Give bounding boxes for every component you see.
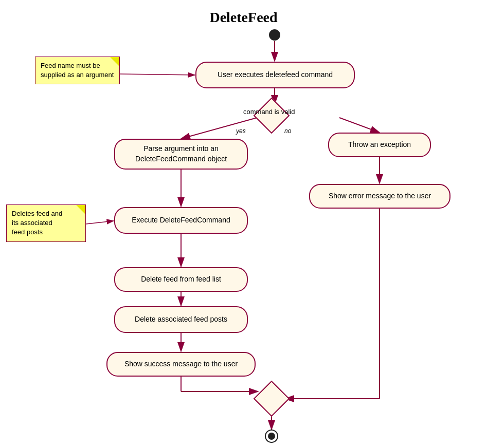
no-label: no xyxy=(284,127,291,135)
user-executes-node: User executes deletefeed command xyxy=(195,62,355,88)
end-circle xyxy=(265,430,278,443)
feed-name-note: Feed name must be supplied as an argumen… xyxy=(35,57,120,84)
show-error-node: Show error message to the user xyxy=(309,184,450,209)
diagram-container: DeleteFeed xyxy=(0,0,487,448)
deletes-feed-note: Deletes feed and its associated feed pos… xyxy=(6,204,86,242)
execute-command-node: Execute DeleteFeedCommand xyxy=(114,207,248,234)
yes-label: yes xyxy=(236,127,246,135)
show-success-node: Show success message to the user xyxy=(106,352,256,377)
command-valid-diamond: command is valid yes no xyxy=(259,103,284,128)
throw-exception-node: Throw an exception xyxy=(328,133,431,157)
delete-posts-node: Delete associated feed posts xyxy=(114,306,248,333)
diagram-title: DeleteFeed xyxy=(0,9,487,26)
parse-argument-node: Parse argument into an DeleteFeedCommand… xyxy=(114,139,248,170)
svg-line-4 xyxy=(339,118,380,133)
svg-line-15 xyxy=(120,74,195,75)
merge-diamond xyxy=(259,386,284,412)
svg-line-16 xyxy=(86,221,114,224)
delete-feed-node: Delete feed from feed list xyxy=(114,267,248,292)
start-circle xyxy=(269,29,280,41)
diamond-command-valid-label: command is valid xyxy=(243,108,295,116)
